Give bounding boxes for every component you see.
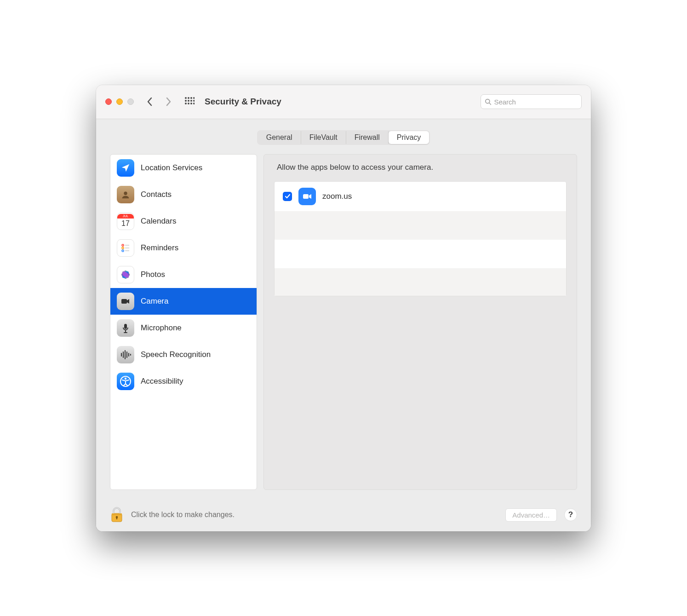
app-row-empty [275, 211, 566, 240]
help-button[interactable]: ? [564, 508, 577, 521]
search-icon [485, 98, 491, 105]
app-checkbox[interactable] [283, 192, 292, 201]
svg-rect-35 [124, 332, 127, 333]
sidebar-item-location-services[interactable]: Location Services [110, 155, 257, 181]
back-button[interactable] [144, 94, 156, 109]
privacy-sidebar: Location Services Contacts JUL 17 Calend… [110, 154, 257, 490]
sidebar-item-label: Location Services [141, 163, 202, 173]
minimize-button[interactable] [116, 98, 123, 105]
maximize-button [127, 98, 134, 105]
svg-point-8 [185, 103, 187, 104]
sidebar-item-label: Calendars [141, 217, 177, 226]
preferences-window: Security & Privacy General FileVault Fir… [96, 85, 591, 531]
sidebar-item-accessibility[interactable]: Accessibility [110, 368, 257, 395]
svg-rect-48 [116, 517, 117, 519]
app-row-empty [275, 268, 566, 296]
advanced-button[interactable]: Advanced… [505, 508, 557, 522]
svg-rect-44 [303, 194, 309, 199]
toolbar: Security & Privacy [96, 85, 591, 119]
sidebar-item-contacts[interactable]: Contacts [110, 181, 257, 208]
photos-icon [117, 266, 134, 283]
footer: Click the lock to make changes. Advanced… [96, 498, 591, 531]
svg-rect-34 [125, 330, 126, 332]
window-title: Security & Privacy [205, 97, 281, 107]
tab-firewall[interactable]: Firewall [346, 131, 389, 144]
app-name: zoom.us [322, 192, 352, 201]
sidebar-item-reminders[interactable]: Reminders [110, 235, 257, 261]
sidebar-item-label: Camera [141, 297, 168, 306]
svg-point-43 [125, 377, 126, 379]
sidebar-item-label: Reminders [141, 243, 178, 253]
svg-point-6 [190, 100, 192, 102]
tabs: General FileVault Firewall Privacy [96, 119, 591, 151]
svg-point-5 [188, 100, 189, 102]
svg-rect-46 [112, 513, 122, 515]
svg-point-20 [122, 250, 123, 251]
show-all-button[interactable] [183, 96, 195, 108]
sidebar-item-label: Microphone [141, 323, 182, 333]
zoom-icon [298, 188, 316, 205]
sidebar-item-photos[interactable]: Photos [110, 261, 257, 288]
speech-icon [117, 346, 134, 363]
search-input[interactable] [494, 98, 578, 106]
microphone-icon [117, 319, 134, 337]
svg-point-4 [185, 100, 187, 102]
sidebar-item-camera[interactable]: Camera [110, 288, 257, 315]
sidebar-item-label: Photos [141, 270, 165, 279]
app-row-zoom: zoom.us [275, 182, 566, 211]
tab-privacy[interactable]: Privacy [389, 131, 429, 144]
svg-point-18 [122, 248, 123, 248]
sidebar-item-label: Contacts [141, 190, 172, 199]
sidebar-item-label: Speech Recognition [141, 350, 211, 359]
svg-point-7 [193, 100, 195, 102]
detail-panel: Allow the apps below to access your came… [263, 154, 577, 490]
contacts-icon [117, 186, 134, 203]
sidebar-item-speech-recognition[interactable]: Speech Recognition [110, 341, 257, 368]
lock-icon[interactable] [110, 507, 124, 523]
sidebar-item-label: Accessibility [141, 377, 183, 386]
reminders-icon [117, 239, 134, 257]
app-row-empty [275, 240, 566, 268]
camera-icon [117, 293, 134, 310]
lock-caption: Click the lock to make changes. [131, 511, 235, 519]
tab-bar: General FileVault Firewall Privacy [257, 130, 430, 145]
detail-heading: Allow the apps below to access your came… [274, 163, 567, 172]
tab-filevault[interactable]: FileVault [301, 131, 346, 144]
svg-rect-32 [121, 299, 127, 304]
app-list: zoom.us [274, 181, 567, 296]
svg-point-2 [190, 97, 192, 99]
location-icon [117, 159, 134, 177]
window-controls [105, 98, 134, 105]
svg-point-16 [122, 245, 123, 246]
sidebar-item-microphone[interactable]: Microphone [110, 315, 257, 341]
svg-point-11 [193, 103, 195, 104]
forward-button [162, 94, 174, 109]
sidebar-item-calendars[interactable]: JUL 17 Calendars [110, 208, 257, 235]
svg-point-1 [188, 97, 189, 99]
svg-point-10 [190, 103, 192, 104]
main-panel: Location Services Contacts JUL 17 Calend… [96, 151, 591, 498]
svg-rect-33 [124, 324, 127, 329]
svg-point-3 [193, 97, 195, 99]
svg-point-0 [185, 97, 187, 99]
accessibility-icon [117, 373, 134, 390]
search-field[interactable] [481, 94, 582, 109]
svg-point-9 [188, 103, 189, 104]
tab-general[interactable]: General [258, 131, 301, 144]
svg-line-13 [489, 103, 491, 105]
calendar-icon: JUL 17 [117, 213, 134, 230]
svg-point-14 [124, 191, 127, 195]
close-button[interactable] [105, 98, 112, 105]
